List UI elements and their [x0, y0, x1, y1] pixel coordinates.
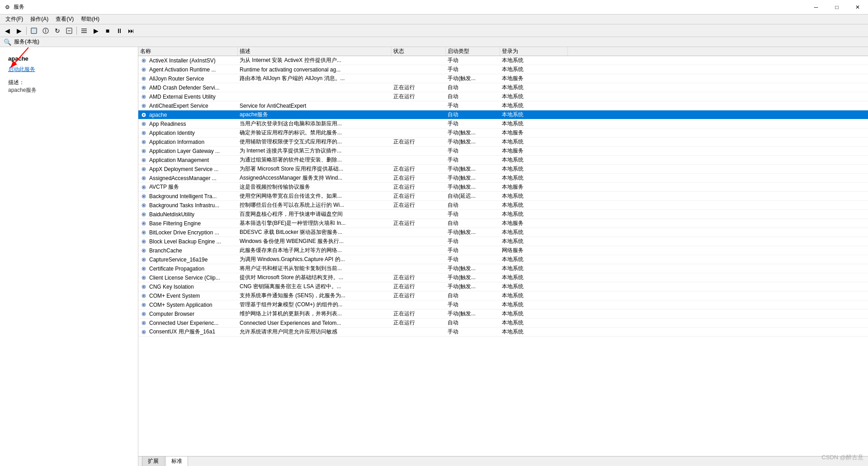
table-row[interactable]: Agent Activation Runtime ...Runtime for …: [138, 65, 868, 74]
table-row[interactable]: apacheapache服务自动本地系统: [138, 110, 868, 119]
show-hide-button[interactable]: [40, 26, 51, 36]
back-button[interactable]: ◀: [2, 26, 13, 36]
table-row[interactable]: CaptureService_16a19e为调用 Windows.Graphic…: [138, 255, 868, 264]
table-row[interactable]: Application Layer Gateway ...为 Internet …: [138, 147, 868, 156]
table-row[interactable]: Block Level Backup Engine ...Windows 备份使…: [138, 237, 868, 246]
svg-line-10: [10, 48, 28, 68]
service-startup-cell: 自动: [446, 219, 500, 228]
menu-action[interactable]: 操作(A): [27, 14, 52, 24]
service-name-cell: BaiduNetdiskUtility: [138, 210, 238, 219]
tab-standard[interactable]: 标准: [165, 456, 188, 466]
service-icon: [140, 202, 147, 209]
play-button[interactable]: ▶: [90, 26, 101, 36]
service-status-cell: [392, 128, 446, 137]
service-icon: [140, 274, 147, 281]
table-row[interactable]: Application Management为通过组策略部署的软件处理安装、删除…: [138, 156, 868, 165]
service-desc-cell: [238, 83, 392, 92]
table-body[interactable]: ActiveX Installer (AxInstSV)为从 Internet …: [138, 56, 868, 456]
restore-button[interactable]: □: [826, 0, 847, 14]
service-login-cell: 本地系统: [500, 156, 568, 164]
export-button[interactable]: [64, 26, 75, 36]
svg-point-60: [143, 277, 145, 279]
table-row[interactable]: Certificate Propagation将用户证书和根证书从智能卡复制到当…: [138, 264, 868, 273]
menu-view[interactable]: 查看(V): [52, 14, 77, 24]
svg-point-14: [143, 69, 145, 71]
table-row[interactable]: AMD Crash Defender Servi...正在运行自动本地系统: [138, 83, 868, 92]
service-name-text: Base Filtering Engine: [149, 220, 201, 227]
table-row[interactable]: BaiduNetdiskUtility百度网盘核心程序，用于快速申请磁盘空间手动…: [138, 210, 868, 219]
restart-button[interactable]: ⏭: [126, 26, 137, 36]
table-row[interactable]: AllJoyn Router Service路由本地 AllJoyn 客户端的 …: [138, 74, 868, 83]
watermark: CSDN @醉古意: [821, 453, 863, 461]
service-status-cell: [392, 255, 446, 264]
service-name-cell: BitLocker Drive Encryption ...: [138, 228, 238, 237]
service-login-cell: 本地服务: [500, 147, 568, 155]
service-name-text: AppX Deployment Service ...: [149, 166, 218, 172]
service-icon: [140, 220, 147, 227]
service-name-text: AssignedAccessManager ...: [149, 175, 217, 181]
table-row[interactable]: ActiveX Installer (AxInstSV)为从 Internet …: [138, 56, 868, 65]
service-desc-cell: 为 Internet 连接共享提供第三方协议插件...: [238, 147, 392, 155]
menu-help[interactable]: 帮助(H): [77, 14, 103, 24]
up-button[interactable]: [28, 26, 39, 36]
table-row[interactable]: AntiCheatExpert ServiceService for AntiC…: [138, 101, 868, 110]
service-icon: [140, 166, 147, 173]
table-row[interactable]: App Readiness当用户初次登录到这台电脑和添加新应用...手动本地系统: [138, 119, 868, 128]
service-startup-cell: 手动(触发...: [446, 74, 500, 83]
col-header-name[interactable]: 名称: [138, 47, 238, 56]
service-desc-cell: 为部署 Microsoft Store 应用程序提供基础...: [238, 165, 392, 173]
service-startup-cell: 手动: [446, 300, 500, 309]
table-row[interactable]: Base Filtering Engine基本筛选引擎(BFE)是一种管理防火墙…: [138, 219, 868, 228]
table-row[interactable]: COM+ System Application管理基于组件对象模型 (COM+)…: [138, 300, 868, 309]
service-icon: [140, 102, 147, 109]
col-header-desc[interactable]: 描述: [238, 47, 392, 56]
table-row[interactable]: BitLocker Drive Encryption ...BDESVC 承载 …: [138, 228, 868, 237]
service-name-cell: Block Level Backup Engine ...: [138, 237, 238, 246]
service-icon: [140, 310, 147, 318]
service-status-cell: 正在运行: [392, 83, 446, 92]
service-status-cell: [392, 65, 446, 74]
forward-button[interactable]: ▶: [14, 26, 24, 36]
table-row[interactable]: Background Intelligent Tra...使用空闲网络带宽在后台…: [138, 192, 868, 201]
pause-button[interactable]: ⏸: [114, 26, 125, 36]
start-service-link[interactable]: 启动此服务: [8, 66, 130, 73]
service-name-text: Certificate Propagation: [149, 266, 204, 272]
close-button[interactable]: ✕: [847, 0, 868, 14]
table-row[interactable]: Application Information使用辅助管理权限便于交互式应用程序…: [138, 138, 868, 147]
table-row[interactable]: AMD External Events Utility正在运行自动本地系统: [138, 92, 868, 101]
table-row[interactable]: AVCTP 服务这是音视频控制传输协议服务正在运行手动(触发...本地服务: [138, 183, 868, 192]
table-row[interactable]: CNG Key IsolationCNG 密钥隔离服务宿主在 LSA 进程中。.…: [138, 282, 868, 291]
service-status-cell: [392, 228, 446, 237]
svg-point-38: [143, 177, 145, 179]
table-row[interactable]: COM+ Event System支持系统事件通知服务 (SENS)，此服务为.…: [138, 291, 868, 300]
table-row[interactable]: ConsentUX 用户服务_16a1允许系统请求用户同意允许应用访问敏感手动本…: [138, 328, 868, 337]
service-startup-cell: 手动: [446, 237, 500, 246]
service-icon: [140, 175, 147, 182]
service-startup-cell: 手动: [446, 56, 500, 65]
service-name-text: BitLocker Drive Encryption ...: [149, 229, 219, 236]
view-list[interactable]: [79, 26, 90, 36]
toolbar: ◀ ▶ ↻ ▶ ■ ⏸ ⏭: [0, 24, 868, 37]
minimize-button[interactable]: ─: [806, 0, 826, 14]
table-row[interactable]: Background Tasks Infrastru...控制哪些后台任务可以在…: [138, 201, 868, 210]
table-row[interactable]: AppX Deployment Service ...为部署 Microsoft…: [138, 165, 868, 174]
table-row[interactable]: BranchCache此服务缓存来自本地子网上对等方的网络...手动网络服务: [138, 246, 868, 255]
col-header-login[interactable]: 登录为: [500, 47, 568, 56]
refresh-button[interactable]: ↻: [52, 26, 63, 36]
col-header-startup[interactable]: 启动类型: [446, 47, 500, 56]
svg-rect-1: [32, 29, 36, 33]
table-row[interactable]: Computer Browser维护网络上计算机的更新列表，并将列表...正在运…: [138, 309, 868, 319]
table-row[interactable]: Connected User Experienc...Connected Use…: [138, 319, 868, 328]
table-row[interactable]: Application Identity确定并验证应用程序的标识。禁用此服务..…: [138, 128, 868, 138]
service-name-text: Background Tasks Infrastru...: [149, 202, 219, 209]
service-startup-cell: 自动: [446, 83, 500, 92]
service-name-cell: Application Identity: [138, 128, 238, 137]
table-row[interactable]: Client License Service (Clip...提供对 Micro…: [138, 273, 868, 282]
menu-file[interactable]: 文件(F): [2, 14, 27, 24]
table-row[interactable]: AssignedAccessManager ...AssignedAccessM…: [138, 174, 868, 183]
tab-expand[interactable]: 扩展: [142, 456, 165, 466]
col-header-status[interactable]: 状态: [392, 47, 446, 56]
service-startup-cell: 手动: [446, 156, 500, 164]
service-status-cell: [392, 110, 446, 119]
stop-button[interactable]: ■: [102, 26, 113, 36]
